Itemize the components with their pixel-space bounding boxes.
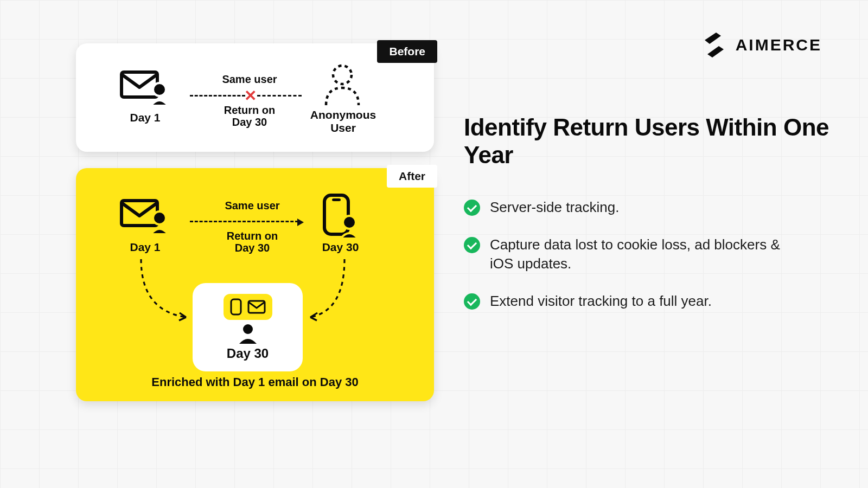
svg-rect-9 (248, 301, 265, 313)
after-day1-label: Day 1 (119, 241, 171, 254)
logo-icon (703, 33, 725, 57)
brand-logo: AIMERCE (703, 33, 822, 57)
page-heading: Identify Return Users Within One Year (464, 114, 868, 169)
svg-rect-0 (122, 72, 157, 97)
email-user-icon (119, 68, 171, 106)
brand-name: AIMERCE (736, 36, 822, 54)
dashed-line-left (190, 95, 245, 97)
curved-arrow-right-icon (304, 259, 380, 330)
after-tag: After (387, 165, 437, 188)
before-tag: Before (377, 40, 437, 63)
svg-point-10 (243, 324, 253, 334)
svg-rect-3 (122, 201, 157, 226)
before-anon-label: Anonymous User (304, 108, 382, 134)
after-sameuser-label: Same user (203, 200, 301, 212)
dashed-arrow-icon (190, 221, 298, 222)
after-day30-label: Day 30 (315, 241, 366, 254)
enriched-inset: Day 30 (193, 283, 303, 371)
svg-point-7 (343, 216, 356, 229)
curved-arrow-left-icon (117, 259, 198, 330)
dashed-line-right (257, 95, 302, 97)
svg-point-4 (153, 211, 166, 224)
after-return-label: Return on Day 30 (212, 230, 293, 254)
before-sameuser-label: Same user (201, 73, 298, 86)
device-email-badge (224, 294, 272, 320)
check-icon (464, 200, 480, 216)
after-panel: After Day 1 Same user Return on Day 30 D… (76, 168, 434, 401)
feature-item: Extend visitor tracking to a full year. (464, 292, 789, 311)
feature-item: Capture data lost to cookie loss, ad blo… (464, 235, 789, 273)
anonymous-user-icon (323, 63, 362, 106)
before-day1-label: Day 1 (119, 111, 171, 124)
x-icon: ✕ (244, 87, 257, 105)
feature-list: Server-side tracking. Capture data lost … (464, 198, 789, 329)
before-return-label: Return on Day 30 (209, 104, 290, 129)
inset-label: Day 30 (227, 346, 269, 361)
svg-rect-6 (332, 198, 341, 201)
envelope-icon (247, 300, 266, 314)
feature-item: Server-side tracking. (464, 198, 789, 217)
phone-user-icon (319, 193, 362, 240)
check-icon (464, 237, 480, 253)
before-panel: Before Day 1 Same user ✕ Return on Day 3… (76, 43, 434, 152)
svg-point-1 (153, 83, 166, 96)
phone-icon (230, 298, 242, 316)
svg-point-2 (333, 66, 352, 84)
svg-rect-8 (231, 299, 241, 314)
user-icon (238, 323, 258, 344)
check-icon (464, 293, 480, 310)
email-user-icon (119, 196, 171, 234)
enriched-caption: Enriched with Day 1 email on Day 30 (76, 375, 434, 389)
